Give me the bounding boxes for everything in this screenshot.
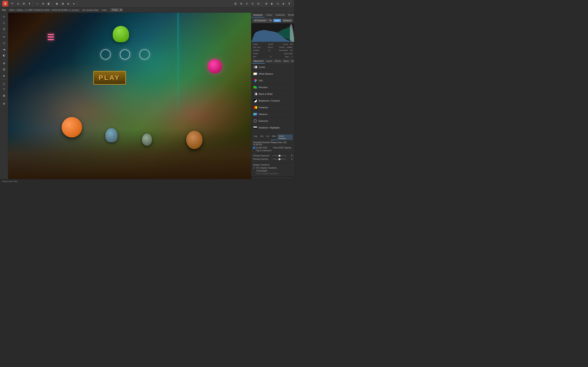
- crop-tool-btn[interactable]: ⊡: [1, 26, 7, 32]
- clone-tool-btn[interactable]: ⊕: [1, 60, 7, 66]
- quick-sel-btn[interactable]: ◧: [46, 1, 51, 6]
- tab-colour[interactable]: Colour: [264, 13, 274, 17]
- adj-levels[interactable]: Levels: [251, 64, 294, 71]
- smudge-tool-btn[interactable]: ☁: [1, 46, 7, 52]
- levels-icon: [253, 65, 257, 69]
- selection-tool-btn[interactable]: □: [35, 1, 40, 6]
- dt-title: Display Transform: [253, 164, 292, 166]
- level-val: 99: [290, 43, 292, 46]
- contrast-btn[interactable]: ◑: [60, 1, 65, 6]
- dt-icc-row[interactable]: ICC Display Transform: [253, 167, 292, 169]
- tab-brushes[interactable]: Brushes: [286, 13, 294, 17]
- black-white-label: Black & White: [259, 93, 273, 95]
- dt-unmanaged-row[interactable]: Unmanaged: [253, 170, 292, 172]
- dt-unmanaged-radio[interactable]: [253, 170, 255, 172]
- adj-recolour[interactable]: Recolour: [251, 84, 294, 91]
- mask-btn[interactable]: ⊡: [250, 1, 255, 6]
- units-label: Units:: [102, 9, 107, 11]
- adj-shadows-highlights[interactable]: Shadows / Highlights: [251, 124, 294, 131]
- adj-exposure[interactable]: Exposure: [251, 118, 294, 124]
- percentile-label: Percentile:: [279, 49, 288, 52]
- adj-white-balance[interactable]: White Balance: [251, 71, 294, 77]
- view2-btn[interactable]: ◈: [281, 1, 286, 6]
- recolour-label: Recolour: [259, 86, 268, 89]
- channel-select[interactable]: All Channels Red Green Blue Alpha: [252, 18, 272, 22]
- dodge-tool-btn[interactable]: ◐: [1, 52, 7, 58]
- canvas-area[interactable]: PLAY ☰: [8, 13, 251, 179]
- adjustment-list: Levels White Balance HSL Recolour: [251, 64, 294, 133]
- dt-unmanaged-label: Unmanaged: [256, 170, 267, 172]
- fill-tool-btn[interactable]: ▲: [1, 73, 7, 78]
- levels-label: Levels: [259, 66, 265, 68]
- dt-icc-radio[interactable]: [253, 167, 255, 169]
- export-btn[interactable]: ⬆: [287, 1, 292, 6]
- btab-chn[interactable]: Chn: [271, 134, 277, 140]
- posterise-icon: [253, 106, 257, 109]
- paint-tool-btn[interactable]: ✏: [1, 34, 7, 40]
- histogram-controls: All Channels Red Green Blue Alpha Layer …: [251, 18, 294, 24]
- histogram-stats: Mean: 40.35 Level: 99 Std. Dev.: 58.26 P…: [251, 42, 294, 59]
- share-btn[interactable]: ⬆: [27, 1, 32, 6]
- dt-icc-label: ICC Display Transform: [256, 167, 277, 169]
- adj-tab-styles[interactable]: Styles: [282, 59, 290, 64]
- adj-brightness-contrast[interactable]: Brightness / Contrast: [251, 98, 294, 104]
- adj-tab-adjustment[interactable]: Adjustment: [252, 59, 265, 64]
- grid-btn[interactable]: ⊞: [233, 1, 238, 6]
- adj-vibrance[interactable]: Vibrance: [251, 111, 294, 118]
- preview-gamma-thumb[interactable]: [278, 158, 281, 160]
- layer-view-btn[interactable]: Layer: [273, 19, 281, 22]
- zoom-tool-btn[interactable]: ⊕: [1, 101, 7, 106]
- selection-brush-btn[interactable]: ⊞: [1, 67, 7, 72]
- adj-tab-layers[interactable]: Layers: [265, 59, 273, 64]
- adj-hsl[interactable]: HSL: [251, 77, 294, 84]
- btab-xfm[interactable]: Xfm: [259, 134, 265, 140]
- adj-tab-stock[interactable]: Stock: [290, 59, 294, 64]
- hue-btn[interactable]: ◈: [66, 1, 71, 6]
- main-area: ↖ ◇ ⊡ ✏ ◻ ☁ ◐ ⊕ ⊞ ▲ △ T ⊠ ⊕ PLAY ☰: [0, 13, 294, 179]
- histogram-graph: [251, 24, 294, 42]
- snap-btn[interactable]: ⊕: [239, 1, 243, 6]
- enable-edr-checkbox[interactable]: ✓ Enable EDR: [253, 147, 267, 149]
- artboard-tool-btn[interactable]: ⊠: [1, 93, 7, 99]
- refine-btn[interactable]: ⊟: [256, 1, 261, 6]
- bit-preview-badge: 32-bit Preview: [277, 134, 293, 140]
- top-toolbar: A ⟳ ◎ ⊞ ⬆ □ ⊗ ◧ ◉ ◑ ◈ ● ⊞ ⊕ ⊙ ⊡ ⊟ ⊞ ◐ ⊙ …: [0, 0, 294, 7]
- text-tool-btn[interactable]: T: [1, 87, 7, 92]
- layout-btn[interactable]: ◐: [269, 1, 274, 6]
- shadows-highlights-label: Shadows / Highlights: [259, 126, 280, 129]
- color-wheel-btn[interactable]: ◉: [54, 1, 59, 6]
- show-clipping-checkbox[interactable]: Show EDR Clipping: [270, 147, 291, 149]
- btab-nvg[interactable]: Nvg: [252, 134, 259, 140]
- reload-btn[interactable]: ⟳: [10, 1, 15, 6]
- circle-2: [120, 49, 130, 59]
- studio-btn[interactable]: ⊞: [264, 1, 269, 6]
- show-clipping-cb-box: [270, 147, 272, 149]
- adj-tab-effects[interactable]: Effects: [273, 59, 282, 64]
- vector-tool-btn[interactable]: △: [1, 81, 7, 86]
- erase-tool-btn[interactable]: ◻: [1, 40, 7, 46]
- adj-black-white[interactable]: Black & White: [251, 91, 294, 98]
- adj-posterise[interactable]: Posterise: [251, 104, 294, 111]
- tab-histogram[interactable]: Histogram: [251, 13, 264, 17]
- white-btn[interactable]: ●: [71, 1, 76, 6]
- preview-exposure-track[interactable]: [273, 155, 286, 156]
- move-tool-btn[interactable]: ↖: [1, 14, 7, 20]
- redo-btn[interactable]: ⊞: [21, 1, 26, 6]
- btab-his[interactable]: His: [265, 134, 270, 140]
- marquee-view-btn[interactable]: Marquee: [282, 19, 293, 22]
- preview-exposure-label: Preview Exposure: [253, 155, 271, 157]
- units-select[interactable]: Pixels Inches cm: [111, 8, 123, 12]
- node-tool-btn[interactable]: ◇: [1, 20, 7, 26]
- preview-exposure-thumb[interactable]: [278, 155, 281, 157]
- constraint-btn[interactable]: ⊙: [244, 1, 249, 6]
- bottom-scrollbar[interactable]: [251, 176, 294, 179]
- lasso-btn[interactable]: ⊗: [41, 1, 45, 6]
- tab-swatches[interactable]: Swatches: [274, 13, 287, 17]
- clip-max-checkbox[interactable]: Clip to maximum: [253, 150, 271, 152]
- undo-btn[interactable]: ◎: [16, 1, 20, 6]
- mode-btn[interactable]: ⊙: [275, 1, 280, 6]
- preview-gamma-track[interactable]: [273, 159, 286, 159]
- scroll-track[interactable]: [252, 177, 293, 179]
- black-white-icon: [253, 92, 257, 96]
- hsl-label: HSL: [259, 79, 263, 82]
